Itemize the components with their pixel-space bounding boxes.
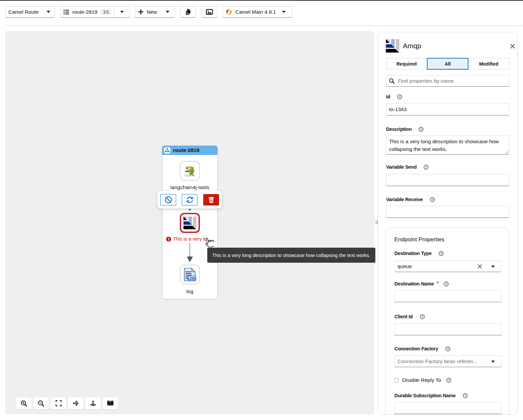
svg-text:?: ? xyxy=(440,251,442,255)
svg-text:?: ? xyxy=(399,95,401,98)
svg-text:?: ? xyxy=(464,394,466,397)
svg-text:?: ? xyxy=(448,378,450,382)
svg-text:?: ? xyxy=(431,197,433,201)
svg-text:LOG: LOG xyxy=(188,276,196,280)
svg-text:?: ? xyxy=(420,127,422,131)
svg-text:?: ? xyxy=(445,282,447,285)
svg-text:?: ? xyxy=(447,347,449,350)
svg-text:?: ? xyxy=(425,165,427,169)
svg-text:?: ? xyxy=(421,315,423,318)
